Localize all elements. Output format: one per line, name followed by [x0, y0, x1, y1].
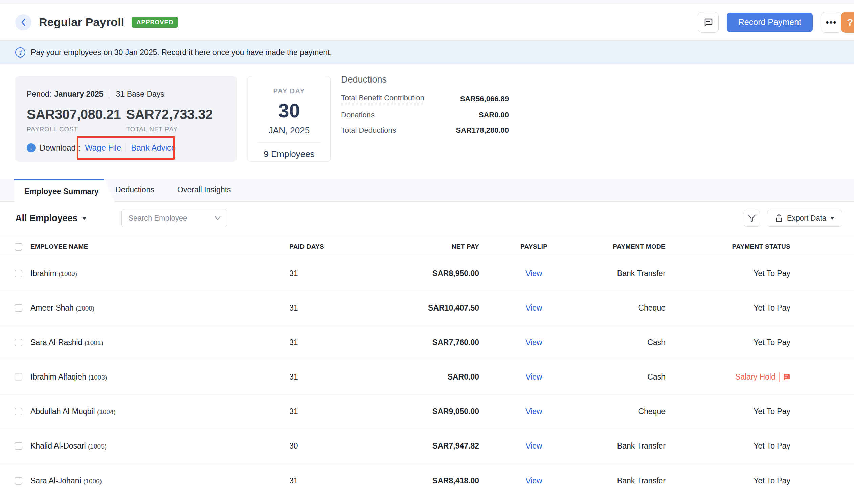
total-net-pay-block: SAR72,733.32 TOTAL NET PAY	[126, 107, 226, 133]
payment-status-value: Yet To Pay	[753, 476, 790, 485]
tab-overall-insights[interactable]: Overall Insights	[177, 185, 231, 195]
payslip-view-link[interactable]: View	[526, 303, 542, 312]
row-checkbox[interactable]	[15, 373, 22, 381]
payment-status-cell: Yet To Pay	[665, 269, 790, 278]
table-row: Khalid Al-Dosari (1005) 30 SAR7,947.82 V…	[0, 429, 854, 463]
employee-id: (1004)	[97, 408, 116, 415]
column-payment-mode: PAYMENT MODE	[589, 243, 665, 250]
payday-employee-count: 9 Employees	[248, 149, 330, 159]
funnel-icon	[747, 214, 756, 222]
export-data-button[interactable]: Export Data	[767, 210, 842, 227]
toolbar-right: Export Data	[744, 210, 842, 227]
employee-name: Sara Al-Johani	[31, 476, 81, 485]
paid-days-value: 30	[289, 442, 340, 451]
employee-id: (1001)	[85, 339, 103, 346]
payslip-view-link[interactable]: View	[526, 338, 542, 347]
caret-down-icon	[82, 217, 87, 220]
row-checkbox[interactable]	[15, 477, 22, 485]
salary-hold-comment[interactable]	[779, 373, 790, 382]
payment-status-value: Yet To Pay	[753, 407, 790, 416]
net-pay-value: SAR0.00	[340, 373, 479, 381]
info-banner: i Pay your employees on 30 Jan 2025. Rec…	[0, 41, 854, 64]
payment-mode-value: Cheque	[589, 303, 665, 312]
payment-status-cell: Yet To Pay	[665, 338, 790, 347]
column-payslip: PAYSLIP	[479, 243, 589, 250]
row-checkbox[interactable]	[15, 339, 22, 346]
column-payment-status: PAYMENT STATUS	[665, 243, 790, 250]
bank-advice-link[interactable]: Bank Advice	[131, 143, 176, 152]
more-options-button[interactable]: •••	[821, 12, 842, 33]
payslip-view-link[interactable]: View	[526, 442, 542, 450]
row-checkbox[interactable]	[15, 442, 22, 450]
employee-name: Ibrahim	[31, 269, 56, 278]
payment-mode-value: Cash	[589, 338, 665, 347]
employee-filter-dropdown[interactable]: All Employees	[15, 213, 87, 223]
payment-status-value: Salary Hold	[735, 373, 776, 381]
tab-label: Deductions	[115, 185, 154, 194]
search-employee-combobox	[122, 209, 227, 227]
deduction-label: Total Deductions	[341, 126, 396, 134]
base-days: 31 Base Days	[116, 90, 164, 99]
employee-name: Khalid Al-Dosari	[31, 442, 86, 450]
payment-status-value: Yet To Pay	[753, 269, 790, 278]
row-checkbox[interactable]	[15, 408, 22, 415]
employee-name: Ibrahim Alfaqieh	[31, 373, 86, 381]
payslip-view-link[interactable]: View	[526, 373, 542, 381]
back-button[interactable]	[15, 14, 32, 31]
comments-button[interactable]	[698, 12, 719, 33]
paid-days-value: 31	[289, 338, 340, 347]
tab-deductions[interactable]: Deductions	[115, 185, 154, 195]
record-payment-button[interactable]: Record Payment	[727, 13, 813, 32]
select-all-checkbox[interactable]	[15, 243, 22, 251]
payment-status-value: Yet To Pay	[753, 442, 790, 451]
row-checkbox[interactable]	[15, 304, 22, 312]
column-paid-days: PAID DAYS	[289, 243, 340, 250]
employee-name: Ameer Shah	[31, 303, 74, 312]
payday-card: PAY DAY 30 JAN, 2025 9 Employees	[248, 76, 331, 162]
search-employee-input[interactable]	[122, 209, 227, 227]
amounts-row: SAR307,080.21 PAYROLL COST SAR72,733.32 …	[27, 107, 225, 133]
table-row: Sara Al-Rashid (1001) 31 SAR7,760.00 Vie…	[0, 325, 854, 360]
period-value: January 2025	[54, 90, 104, 99]
status-badge: APPROVED	[131, 17, 178, 28]
net-pay-value: SAR7,760.00	[340, 338, 479, 347]
paid-days-value: 31	[289, 303, 340, 312]
tab-employee-summary[interactable]: Employee Summary	[14, 179, 115, 203]
help-button[interactable]: ?	[841, 12, 854, 33]
row-checkbox[interactable]	[15, 270, 22, 277]
deduction-value: SAR178,280.00	[456, 126, 509, 134]
payment-status-cell: Yet To Pay	[665, 303, 790, 312]
payment-mode-value: Bank Transfer	[589, 442, 665, 451]
download-row: ↓ Download : Wage File Bank Advice	[27, 143, 225, 152]
payslip-view-link[interactable]: View	[526, 269, 542, 278]
total-net-pay-label: TOTAL NET PAY	[126, 126, 226, 133]
employee-id: (1009)	[58, 270, 77, 277]
payment-mode-value: Cash	[589, 373, 665, 381]
table-row: Ibrahim Alfaqieh (1003) 31 SAR0.00 View …	[0, 360, 854, 394]
deduction-row: Donations SAR0.00	[341, 111, 509, 120]
table-row: Abdullah Al-Muqbil (1004) 31 SAR9,050.00…	[0, 394, 854, 429]
payslip-view-link[interactable]: View	[526, 407, 542, 416]
divider	[258, 142, 320, 143]
tab-bar: Employee Summary Deductions Overall Insi…	[0, 179, 854, 202]
payment-status-value: Yet To Pay	[753, 338, 790, 347]
net-pay-value: SAR7,947.82	[340, 442, 479, 451]
wage-file-link[interactable]: Wage File	[85, 143, 121, 152]
payslip-view-link[interactable]: View	[526, 476, 542, 485]
employee-name: Sara Al-Rashid	[31, 338, 82, 347]
paid-days-value: 31	[289, 373, 340, 381]
employee-filter-label: All Employees	[15, 213, 78, 223]
info-banner-text: Pay your employees on 30 Jan 2025. Recor…	[31, 48, 332, 57]
divider	[110, 90, 110, 99]
chevron-left-icon	[20, 18, 26, 26]
payment-status-value: Yet To Pay	[753, 303, 790, 312]
deductions-panel: Deductions Total Benefit Contribution SA…	[341, 74, 509, 134]
table-row: Ibrahim (1009) 31 SAR8,950.00 View Bank …	[0, 256, 854, 291]
payroll-cost-label: PAYROLL COST	[27, 126, 126, 133]
payday-month-year: JAN, 2025	[248, 125, 330, 136]
payment-status-cell: Yet To Pay	[665, 476, 790, 485]
deduction-label: Donations	[341, 111, 375, 120]
payroll-cost-block: SAR307,080.21 PAYROLL COST	[27, 107, 126, 133]
filter-button[interactable]	[744, 210, 760, 227]
table-row: Sara Al-Johani (1006) 31 SAR8,418.00 Vie…	[0, 463, 854, 498]
